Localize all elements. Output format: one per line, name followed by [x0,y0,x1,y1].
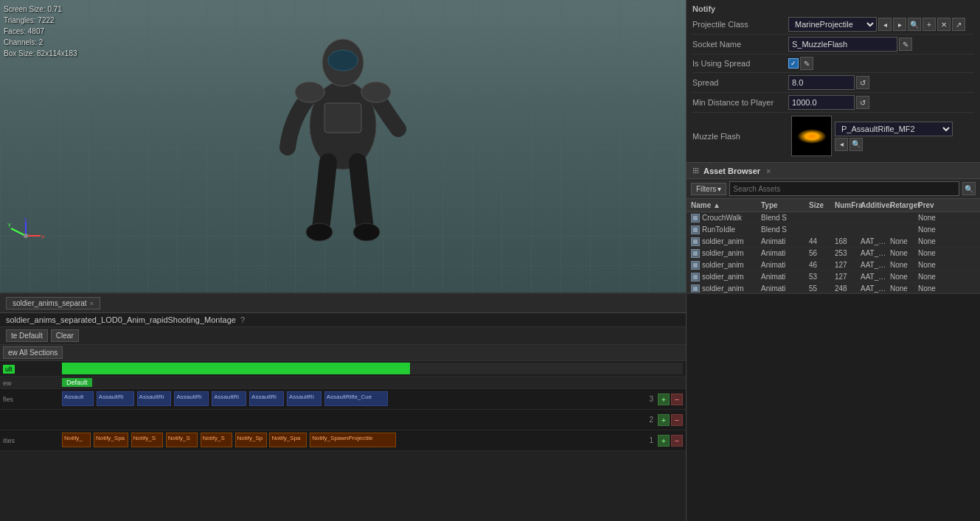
browse-icon[interactable]: ↗ [952,18,965,31]
asset-icon: ▦ [691,225,700,234]
search-input[interactable] [729,181,959,196]
is-using-spread-checkbox[interactable]: ✓ [788,58,799,69]
asset-row[interactable]: ▦ soldier_anim Animati 55 248 AAT_Non No… [687,283,980,293]
svg-point-6 [295,82,324,102]
spread-edit-icon[interactable]: ✎ [800,57,813,70]
soldier-figure [240,7,446,258]
clear-button[interactable]: Clear [51,329,79,342]
notify-chip[interactable]: Notify_S [201,433,232,447]
anim-title-bar: soldier_anims_separated_LOD0_Anim_rapidS… [0,313,686,327]
search-icon[interactable]: 🔍 [908,18,921,31]
socket-edit-icon[interactable]: ✎ [899,38,912,51]
asset-type-cell: Animati [761,237,809,245]
notify-title: Notify [692,3,974,15]
paste-default-button[interactable]: te Default [6,329,48,342]
asset-name-cell: ▦ soldier_anim [691,237,761,246]
preview-row: ew Default [0,377,686,389]
asset-size-cell: 44 [809,237,835,245]
anim-chip[interactable]: AssaultRi [174,391,209,406]
asset-additive-cell: AAT_Non [861,237,890,245]
nav-back-icon[interactable]: ◂ [878,18,892,31]
clear-icon[interactable]: ✕ [937,18,951,31]
anim-chip[interactable]: AssaultRi [212,391,246,406]
track-rows: fiesAssaultAssaultRiAssaultRiAssaultRiAs… [0,389,686,451]
anim-chip[interactable]: Assault [62,391,94,406]
muzzle-flash-label: Muzzle Flash [692,132,788,141]
muzzle-nav-back-icon[interactable]: ◂ [835,138,848,151]
min-distance-input[interactable] [788,95,855,110]
preview-label: ew [3,379,62,387]
asset-additive-cell: AAT_Non [861,284,890,293]
asset-browser-header: ⊞ Asset Browser × [687,163,980,179]
anim-chip[interactable]: AssaultRi [287,391,322,406]
asset-name-cell: ▦ soldier_anim [691,261,761,270]
socket-name-input[interactable] [788,37,897,52]
asset-type-cell: Animati [761,261,809,269]
asset-numfr-cell: 127 [835,273,861,281]
projectile-class-dropdown[interactable]: MarineProjectile [788,17,877,32]
anim-chip[interactable]: AssaultRi [97,391,134,406]
asset-browser-close[interactable]: × [766,167,771,175]
muzzle-search-icon[interactable]: 🔍 [849,138,863,151]
asset-type-cell: Animati [761,284,809,293]
track-add-button[interactable]: + [658,414,670,426]
track-add-button[interactable]: + [658,435,670,447]
distance-reset-icon[interactable]: ↺ [856,96,869,109]
view-all-sections-button[interactable]: ew All Sections [3,346,63,359]
asset-numfr-cell: 248 [835,284,861,293]
svg-point-4 [353,223,380,241]
spread-label: Spread [692,78,788,87]
asset-row[interactable]: ▦ soldier_anim Animati 56 253 AAT_Non No… [687,248,980,259]
notify-chip[interactable]: Notify_S [131,433,163,447]
asset-row[interactable]: ▦ RunToIdle Blend S None [687,224,980,236]
asset-row[interactable]: ▦ CrouchWalk Blend S None [687,212,980,224]
muzzle-info: P_AssaultRifle_MF2 ◂ 🔍 [835,122,974,151]
asset-size-cell: 56 [809,249,835,257]
anim-tab-close[interactable]: × [90,300,94,307]
bottom-area: soldier_anims_separat × soldier_anims_se… [0,293,980,521]
anim-chip[interactable]: AssaultRifle_Cue [324,391,388,406]
projectile-class-value: MarineProjectile ◂ ▸ 🔍 + ✕ ↗ [788,17,974,32]
right-panel-bottom [686,294,980,521]
anim-tab[interactable]: soldier_anims_separat × [6,297,100,310]
stat-screen-size: Screen Size: 0.71 [4,4,77,15]
add-icon[interactable]: + [922,18,936,31]
sort-icon: ▲ [713,201,720,209]
sections-header: ew All Sections [0,345,686,361]
anim-chip[interactable]: AssaultRi [249,391,284,406]
nav-forward-icon[interactable]: ▸ [893,18,906,31]
muzzle-name-dropdown[interactable]: P_AssaultRifle_MF2 [835,122,953,136]
asset-prev-cell: None [918,284,944,293]
asset-row[interactable]: ▦ soldier_anim Animati 44 168 AAT_Non No… [687,236,980,248]
notify-chip[interactable]: Notify_Spa [269,433,307,447]
col-header-type: Type [761,201,809,209]
svg-text:Z: Z [24,217,27,221]
track-remove-button[interactable]: − [671,414,683,426]
track-add-button[interactable]: + [658,394,670,405]
notify-chip[interactable]: Notify_Spa [94,433,128,447]
filters-button[interactable]: Filters ▾ [691,183,726,195]
asset-row[interactable]: ▦ soldier_anim Animati 53 127 AAT_Non No… [687,271,980,283]
anim-chip[interactable]: AssaultRi [137,391,172,406]
search-submit-icon[interactable]: 🔍 [962,182,976,195]
min-distance-label: Min Distance to Player [692,98,788,107]
track-row: itiesNotify_Notify_SpaNotify_SNotify_SNo… [0,430,686,451]
asset-icon: ▦ [691,261,700,270]
right-panel: Notify Projectile Class MarineProjectile… [686,0,980,293]
asset-name-cell: ▦ soldier_anim [691,273,761,282]
asset-browser-title: Asset Browser [703,167,760,175]
svg-line-10 [11,228,26,236]
notify-chip[interactable]: Notify_S [166,433,198,447]
track-timeline: Notify_Notify_SpaNotify_SNotify_SNotify_… [59,430,636,450]
notify-chip[interactable]: Notify_SpawnProjectile [310,433,396,447]
spread-input[interactable] [788,75,855,90]
asset-row[interactable]: ▦ soldier_anim Animati 46 127 AAT_Non No… [687,259,980,271]
notify-chip[interactable]: Notify_ [62,433,91,447]
asset-retarget-cell: None [890,273,918,281]
track-remove-button[interactable]: − [671,394,683,405]
spread-reset-icon[interactable]: ↺ [856,76,869,89]
col-header-numfr: NumFra [835,201,861,209]
notify-chip[interactable]: Notify_Sp [235,433,267,447]
asset-name-cell: ▦ CrouchWalk [691,214,761,223]
track-remove-button[interactable]: − [671,435,683,447]
